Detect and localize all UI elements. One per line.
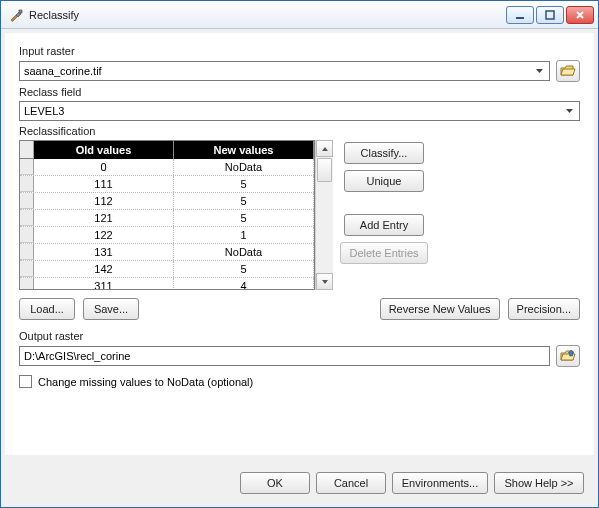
scroll-down-button[interactable] — [316, 273, 333, 290]
col-new-values: New values — [174, 141, 314, 159]
titlebar: Reclassify — [1, 1, 598, 29]
row-header[interactable] — [20, 210, 34, 226]
close-button[interactable] — [566, 6, 594, 24]
reclass-field-value: LEVEL3 — [24, 105, 64, 117]
table-corner — [20, 141, 34, 159]
load-button[interactable]: Load... — [19, 298, 75, 320]
reclassification-table[interactable]: Old values New values 0NoData11151125121… — [19, 140, 315, 290]
row-header[interactable] — [20, 227, 34, 243]
cell-old-value[interactable]: 122 — [34, 227, 174, 243]
scroll-up-button[interactable] — [316, 140, 333, 157]
classify-button[interactable]: Classify... — [344, 142, 424, 164]
precision-button[interactable]: Precision... — [508, 298, 580, 320]
window-controls — [506, 6, 594, 24]
output-raster-value: D:\ArcGIS\recl_corine — [24, 350, 130, 362]
row-header[interactable] — [20, 278, 34, 289]
folder-open-icon — [560, 64, 576, 78]
cell-old-value[interactable]: 311 — [34, 278, 174, 289]
cell-old-value[interactable]: 112 — [34, 193, 174, 209]
reclassification-label: Reclassification — [19, 125, 580, 137]
scroll-thumb[interactable] — [317, 158, 332, 182]
table-scrollbar[interactable] — [315, 140, 333, 290]
reclassify-dialog: Reclassify Input raster saana_corine.tif… — [0, 0, 599, 508]
change-missing-label: Change missing values to NoData (optiona… — [38, 376, 253, 388]
chevron-down-icon — [531, 63, 547, 79]
cell-new-value[interactable]: NoData — [174, 159, 314, 175]
ok-button[interactable]: OK — [240, 472, 310, 494]
dialog-content: Input raster saana_corine.tif Reclass fi… — [5, 33, 594, 455]
cell-old-value[interactable]: 0 — [34, 159, 174, 175]
svg-rect-0 — [19, 10, 22, 13]
reclass-field-dropdown[interactable]: LEVEL3 — [19, 101, 580, 121]
environments-button[interactable]: Environments... — [392, 472, 488, 494]
reclass-lower-buttons: Load... Save... Reverse New Values Preci… — [19, 298, 580, 320]
table-row[interactable]: 3114 — [20, 278, 314, 289]
delete-entries-button[interactable]: Delete Entries — [340, 242, 427, 264]
row-header[interactable] — [20, 261, 34, 277]
hammer-icon — [9, 8, 23, 22]
table-row[interactable]: 1115 — [20, 176, 314, 193]
change-missing-checkbox[interactable] — [19, 375, 32, 388]
svg-rect-1 — [516, 17, 524, 19]
cell-old-value[interactable]: 131 — [34, 244, 174, 260]
browse-input-button[interactable] — [556, 60, 580, 82]
input-raster-value: saana_corine.tif — [24, 65, 102, 77]
reclass-side-buttons: Classify... Unique Add Entry Delete Entr… — [339, 140, 429, 290]
table-row[interactable]: 0NoData — [20, 159, 314, 176]
folder-open-arrow-icon — [560, 349, 576, 363]
minimize-button[interactable] — [506, 6, 534, 24]
window-title: Reclassify — [29, 9, 506, 21]
reclass-field-label: Reclass field — [19, 86, 580, 98]
cell-new-value[interactable]: 4 — [174, 278, 314, 289]
reverse-new-values-button[interactable]: Reverse New Values — [380, 298, 500, 320]
cell-new-value[interactable]: 5 — [174, 210, 314, 226]
row-header[interactable] — [20, 176, 34, 192]
cell-old-value[interactable]: 111 — [34, 176, 174, 192]
table-row[interactable]: 131NoData — [20, 244, 314, 261]
output-raster-label: Output raster — [19, 330, 580, 342]
dialog-footer: OK Cancel Environments... Show Help >> — [1, 459, 598, 507]
cell-new-value[interactable]: 5 — [174, 193, 314, 209]
maximize-button[interactable] — [536, 6, 564, 24]
browse-output-button[interactable] — [556, 345, 580, 367]
table-body: 0NoData1115112512151221131NoData14253114 — [20, 159, 314, 289]
unique-button[interactable]: Unique — [344, 170, 424, 192]
input-raster-dropdown[interactable]: saana_corine.tif — [19, 61, 550, 81]
cell-new-value[interactable]: 5 — [174, 176, 314, 192]
add-entry-button[interactable]: Add Entry — [344, 214, 424, 236]
table-row[interactable]: 1125 — [20, 193, 314, 210]
chevron-down-icon — [561, 103, 577, 119]
cell-old-value[interactable]: 142 — [34, 261, 174, 277]
save-button[interactable]: Save... — [83, 298, 139, 320]
scroll-track[interactable] — [316, 183, 333, 273]
row-header[interactable] — [20, 159, 34, 175]
cancel-button[interactable]: Cancel — [316, 472, 386, 494]
change-missing-checkbox-row: Change missing values to NoData (optiona… — [19, 375, 580, 388]
output-raster-input[interactable]: D:\ArcGIS\recl_corine — [19, 346, 550, 366]
table-row[interactable]: 1425 — [20, 261, 314, 278]
row-header[interactable] — [20, 193, 34, 209]
table-row[interactable]: 1215 — [20, 210, 314, 227]
input-raster-label: Input raster — [19, 45, 580, 57]
cell-old-value[interactable]: 121 — [34, 210, 174, 226]
cell-new-value[interactable]: NoData — [174, 244, 314, 260]
col-old-values: Old values — [34, 141, 174, 159]
table-row[interactable]: 1221 — [20, 227, 314, 244]
svg-rect-2 — [546, 11, 554, 19]
table-header: Old values New values — [20, 141, 314, 159]
show-help-button[interactable]: Show Help >> — [494, 472, 584, 494]
row-header[interactable] — [20, 244, 34, 260]
cell-new-value[interactable]: 1 — [174, 227, 314, 243]
cell-new-value[interactable]: 5 — [174, 261, 314, 277]
